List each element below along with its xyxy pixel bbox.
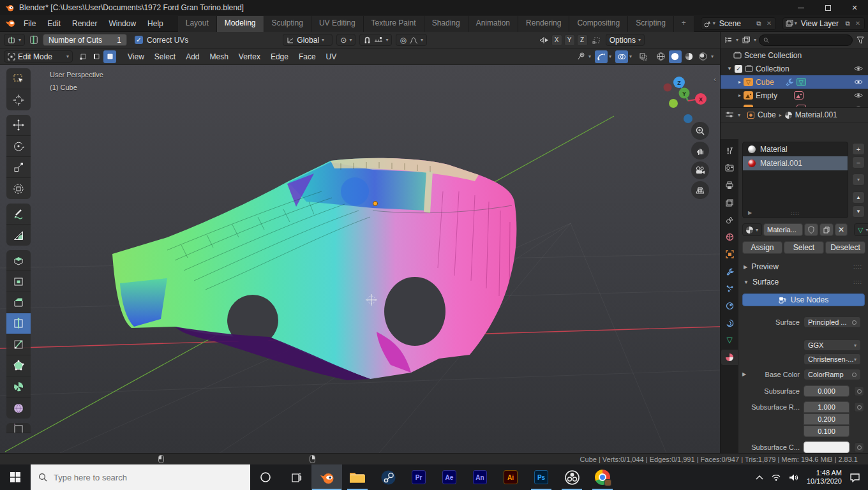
menu-select[interactable]: Select xyxy=(149,52,181,61)
menu-edit[interactable]: Edit xyxy=(41,15,66,32)
subsurface-radius-x[interactable]: 1.000 xyxy=(804,401,849,413)
chevron-down-icon[interactable]: ▾ xyxy=(754,37,756,43)
tab-material[interactable] xyxy=(721,350,738,365)
menu-edge[interactable]: Edge xyxy=(266,52,294,61)
tab-shading[interactable]: Shading xyxy=(424,16,468,32)
tool-poly-build[interactable] xyxy=(6,355,31,376)
tab-sculpting[interactable]: Sculpting xyxy=(264,16,311,32)
tab-particles[interactable] xyxy=(721,281,738,296)
disclosure-triangle-icon[interactable]: ▼ xyxy=(727,66,732,71)
show-gizmo-visibility-button[interactable] xyxy=(574,50,587,63)
use-nodes-button[interactable]: Use Nodes xyxy=(742,293,865,306)
menu-add[interactable]: Add xyxy=(181,52,204,61)
chevron-down-icon[interactable]: ▾ xyxy=(711,54,714,59)
tab-texture-paint[interactable]: Texture Paint xyxy=(364,16,424,32)
link-target-dropdown[interactable]: ▽ ▾ xyxy=(854,223,868,236)
tool-select-box[interactable] xyxy=(6,68,31,89)
chevron-down-icon[interactable]: ▾ xyxy=(629,54,632,59)
action-center-icon[interactable] xyxy=(849,473,860,482)
wifi-icon[interactable] xyxy=(771,473,781,481)
taskbar-app-after-effects[interactable]: Ae xyxy=(434,464,465,490)
tool-loop-cut[interactable] xyxy=(6,313,31,334)
taskbar-app-steam[interactable] xyxy=(373,464,403,490)
tool-cursor[interactable] xyxy=(6,89,31,110)
filter-funnel-icon[interactable] xyxy=(855,35,865,45)
add-slot-button[interactable]: + xyxy=(852,143,865,155)
panel-grip[interactable]: :::: xyxy=(853,279,862,285)
viewport-3d[interactable]: User Perspective (1) Cube ‹ xyxy=(0,65,720,453)
zoom-button[interactable] xyxy=(691,122,709,140)
navigation-gizmo[interactable]: Z Y X xyxy=(661,70,712,124)
select-button[interactable]: Select xyxy=(784,241,824,254)
tab-tool[interactable] xyxy=(721,143,738,158)
gizmos-toggle[interactable] xyxy=(595,50,608,63)
visibility-eye-icon[interactable] xyxy=(854,66,863,71)
pan-button[interactable] xyxy=(691,142,709,160)
outliner-row-scene-collection[interactable]: Scene Collection xyxy=(721,48,868,62)
tool-smooth[interactable] xyxy=(6,397,31,419)
view-layer-selector[interactable]: ▾ View Layer ⧉ ✕ xyxy=(782,17,865,30)
preview-panel-header[interactable]: ▶ Preview :::: xyxy=(738,260,865,273)
outliner-row-empty[interactable]: ▸ Empty xyxy=(721,89,868,102)
subsurface-radius-y[interactable]: 0.200 xyxy=(804,413,849,425)
gizmo-negative-y-axis[interactable] xyxy=(669,99,678,108)
maximize-button[interactable] xyxy=(814,0,841,15)
minimize-button[interactable] xyxy=(788,0,814,15)
tab-modeling[interactable]: Modeling xyxy=(217,16,264,32)
visibility-eye-icon[interactable] xyxy=(854,106,863,107)
mirror-x-toggle[interactable]: X xyxy=(551,34,562,46)
tab-rendering[interactable]: Rendering xyxy=(518,16,569,32)
subsurface-method-dropdown[interactable]: Christensen-... ▾ xyxy=(804,353,861,365)
material-slot-selected[interactable]: Material.001 xyxy=(743,156,848,170)
remove-slot-button[interactable]: − xyxy=(852,156,865,168)
blender-menu-logo-icon[interactable] xyxy=(5,19,17,28)
tab-physics[interactable] xyxy=(721,298,738,313)
taskbar-app-explorer[interactable] xyxy=(342,464,373,490)
shading-rendered-button[interactable] xyxy=(697,50,710,63)
options-dropdown[interactable]: Options ▾ xyxy=(606,34,645,46)
tab-scene[interactable] xyxy=(721,212,738,227)
taskbar-search[interactable] xyxy=(31,464,250,490)
tool-edge-slide[interactable] xyxy=(6,423,31,433)
menu-view[interactable]: View xyxy=(123,52,149,61)
tab-layout[interactable]: Layout xyxy=(178,16,217,32)
snap-base-icon[interactable] xyxy=(592,36,601,45)
outliner-row-cube[interactable]: ▸ ▽ Cube ▽ xyxy=(721,75,868,89)
face-select-mode-button[interactable] xyxy=(103,50,116,63)
tool-spin[interactable] xyxy=(6,376,31,397)
volume-icon[interactable] xyxy=(789,473,799,482)
disclosure-triangle-icon[interactable]: ▸ xyxy=(738,93,741,98)
tool-annotate[interactable] xyxy=(6,204,31,225)
disclosure-triangle-icon[interactable]: ▸ xyxy=(738,106,741,107)
tab-object[interactable] xyxy=(721,246,738,262)
browse-material-dropdown[interactable]: ▾ xyxy=(742,223,762,236)
properties-editor-icon[interactable] xyxy=(724,110,735,120)
chevron-down-icon[interactable]: ▾ xyxy=(609,54,611,59)
surface-panel-header[interactable]: ▼ Surface :::: xyxy=(738,276,865,288)
menu-uv[interactable]: UV xyxy=(321,52,342,61)
scene-selector[interactable]: ▾ Scene ⧉ ✕ xyxy=(701,17,776,30)
tab-animation[interactable]: Animation xyxy=(468,16,518,32)
mode-dropdown[interactable]: Edit Mode ▾ xyxy=(4,50,73,63)
tab-object-data[interactable]: ▽ xyxy=(721,332,738,348)
chevron-down-icon[interactable]: ▾ xyxy=(588,54,591,59)
tool-scale[interactable] xyxy=(6,157,31,178)
close-icon[interactable]: ✕ xyxy=(853,19,863,29)
hidden-icons-chevron[interactable] xyxy=(756,475,763,480)
visibility-eye-icon[interactable] xyxy=(854,79,863,85)
active-tool-dropdown[interactable]: ▾ xyxy=(4,34,25,46)
taskbar-app-animate[interactable]: An xyxy=(465,464,495,490)
copy-icon[interactable]: ⧉ xyxy=(754,19,764,29)
tool-inset-faces[interactable] xyxy=(6,271,31,292)
tool-extrude-region[interactable] xyxy=(6,250,31,271)
visibility-eye-icon[interactable] xyxy=(854,93,863,98)
decorator-icon[interactable] xyxy=(852,320,857,325)
slot-list-expand-icon[interactable]: ▶ xyxy=(748,210,752,216)
tab-world[interactable] xyxy=(721,229,738,244)
transform-orientation-dropdown[interactable]: Global ▾ xyxy=(283,34,333,46)
subsurface-slider[interactable]: 0.000 xyxy=(804,385,849,397)
orthographic-toggle-button[interactable] xyxy=(691,181,709,199)
car-model[interactable] xyxy=(112,158,516,380)
gizmo-negative-z-axis[interactable] xyxy=(684,114,692,123)
taskbar-app-chrome[interactable] xyxy=(587,464,618,490)
